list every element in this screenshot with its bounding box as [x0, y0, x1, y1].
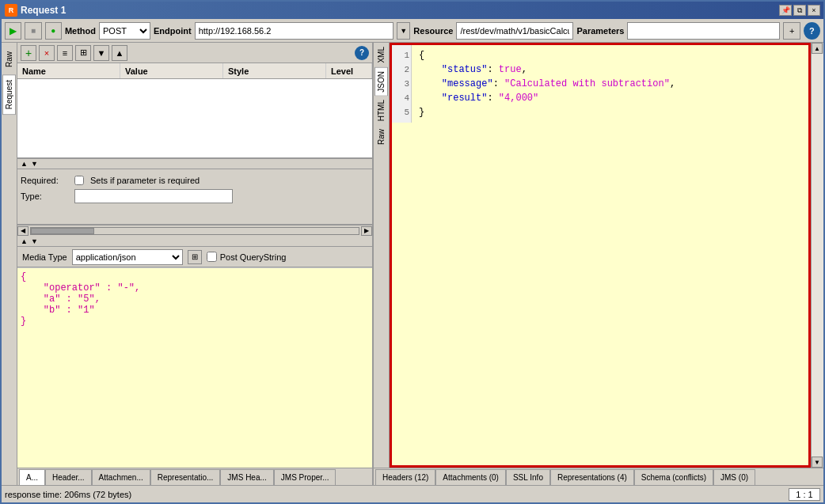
media-type-label: Media Type [22, 252, 67, 262]
resize-up-btn[interactable]: ▲ [21, 160, 28, 168]
scroll-right-btn[interactable]: ▶ [361, 226, 372, 236]
media-type-select[interactable]: application/json application/xml text/pl… [72, 249, 183, 265]
resp-tab-jms[interactable]: JMS (0) [713, 469, 755, 485]
html-format-tab[interactable]: HTML [374, 96, 388, 125]
media-type-row: Media Type application/json application/… [17, 247, 372, 267]
tab-jms-properties[interactable]: JMS Proper... [274, 469, 336, 485]
post-qs-checkbox-wrapper: Post QueryString [207, 252, 287, 262]
resize-up-btn-2[interactable]: ▲ [21, 237, 28, 245]
left-side-tabs: Raw Request [2, 43, 17, 485]
tab-header[interactable]: Header... [45, 469, 92, 485]
scroll-up-button[interactable]: ▲ [812, 43, 823, 54]
main-area: Raw Request + × ≡ ⊞ ▼ ▲ ? Name [2, 43, 823, 485]
record-button[interactable]: ● [45, 22, 62, 40]
xml-format-tab[interactable]: XML [374, 43, 388, 67]
resize-down-btn[interactable]: ▼ [31, 160, 38, 168]
right-content-area: XML JSON HTML Raw 12345 { "status": true… [374, 43, 823, 468]
post-qs-checkbox[interactable] [207, 252, 217, 262]
response-format-tabs: XML JSON HTML Raw [374, 43, 390, 468]
tab-attachments[interactable]: Attachmen... [92, 469, 150, 485]
copy-button[interactable]: ≡ [57, 45, 73, 61]
required-hint: Sets if parameter is required [90, 176, 369, 185]
request-body[interactable]: { "operator" : "-", "a" : "5", "b" : "1"… [17, 267, 372, 468]
resp-tab-headers[interactable]: Headers (12) [375, 469, 435, 485]
params-label: Parameters [576, 26, 624, 36]
resize-handle-1[interactable]: ▲ ▼ [17, 158, 372, 169]
toolbar-help-button[interactable]: ? [804, 22, 820, 40]
line-numbers: 12345 [392, 45, 412, 123]
tab-jms-header[interactable]: JMS Hea... [220, 469, 273, 485]
params-table: Name Value Style Level [17, 63, 372, 158]
required-checkbox[interactable] [74, 176, 84, 185]
resp-tab-schema[interactable]: Schema (conflicts) [634, 469, 713, 485]
restore-button[interactable]: ⧉ [793, 5, 806, 16]
left-panel-toolbar: + × ≡ ⊞ ▼ ▲ ? [17, 43, 372, 63]
resp-tab-representations[interactable]: Representations (4) [550, 469, 634, 485]
response-time: response time: 206ms (72 bytes) [5, 490, 131, 499]
scroll-track-right[interactable] [812, 54, 823, 457]
left-bottom-tabs: A... Header... Attachmen... Representati… [17, 468, 372, 485]
up-button[interactable]: ▲ [112, 45, 127, 61]
title-bar: R Request 1 📌 ⧉ × [2, 2, 823, 19]
response-body[interactable]: 12345 { "status": true, "message": "Calc… [390, 43, 811, 468]
right-panel: XML JSON HTML Raw 12345 { "status": true… [374, 43, 823, 485]
endpoint-dropdown-button[interactable]: ▼ [397, 22, 410, 40]
col-style-header: Style [223, 63, 326, 78]
resize-down-btn-2[interactable]: ▼ [31, 237, 38, 245]
response-bottom-tabs: Headers (12) Attachments (0) SSL Info Re… [374, 468, 823, 485]
resp-tab-ssl[interactable]: SSL Info [506, 469, 550, 485]
scroll-thumb[interactable] [31, 228, 94, 234]
post-qs-label: Post QueryString [220, 252, 287, 262]
resp-tab-attachments[interactable]: Attachments (0) [435, 469, 506, 485]
left-panel: + × ≡ ⊞ ▼ ▲ ? Name Value Style [17, 43, 374, 485]
params-input[interactable] [627, 22, 780, 40]
col-value-header: Value [120, 63, 223, 78]
required-label: Required: [21, 176, 68, 185]
horizontal-scrollbar[interactable]: ◀ ▶ [17, 225, 372, 236]
col-level-header: Level [326, 63, 372, 78]
required-row: Required: Sets if parameter is required [21, 172, 369, 188]
method-label: Method [65, 26, 96, 36]
remove-button[interactable]: × [39, 45, 55, 61]
status-bar: response time: 206ms (72 bytes) 1 : 1 [2, 485, 823, 502]
title-bar-controls: 📌 ⧉ × [779, 5, 820, 16]
resize-handle-2[interactable]: ▲ ▼ [17, 236, 372, 247]
scroll-down-button[interactable]: ▼ [812, 457, 823, 468]
paste-button[interactable]: ⊞ [75, 45, 91, 61]
play-button[interactable]: ▶ [5, 22, 21, 40]
app-icon: R [5, 4, 17, 17]
response-code: { "status": true, "message": "Calculated… [419, 48, 675, 462]
type-input[interactable] [74, 189, 233, 203]
tab-a[interactable]: A... [19, 469, 45, 485]
raw-tab-left[interactable]: Raw [2, 46, 16, 73]
zoom-value: 1 : 1 [789, 488, 820, 501]
request-tab-left[interactable]: Request [2, 74, 16, 115]
json-format-tab[interactable]: JSON [374, 67, 388, 97]
raw-format-tab[interactable]: Raw [374, 125, 388, 149]
params-table-body [17, 79, 372, 158]
zoom-indicator: 1 : 1 [789, 488, 820, 501]
add-button[interactable]: + [21, 45, 36, 61]
params-table-header: Name Value Style Level [17, 63, 372, 79]
col-name-header: Name [17, 63, 120, 78]
properties-section: Required: Sets if parameter is required … [17, 169, 372, 225]
resource-input[interactable] [456, 22, 573, 40]
type-label: Type: [21, 191, 68, 201]
close-button[interactable]: × [808, 5, 820, 16]
stop-button[interactable]: ■ [25, 22, 41, 40]
main-window: R Request 1 📌 ⧉ × ▶ ■ ● Method POST GET … [0, 0, 825, 504]
pin-button[interactable]: 📌 [779, 5, 792, 16]
scroll-track[interactable] [30, 227, 359, 235]
tab-representations-left[interactable]: Representatio... [150, 469, 221, 485]
add-param-button[interactable]: + [783, 22, 800, 40]
method-select[interactable]: POST GET PUT DELETE [99, 22, 150, 40]
type-row: Type: [21, 188, 369, 204]
right-scrollbar[interactable]: ▲ ▼ [811, 43, 823, 468]
scroll-left-btn[interactable]: ◀ [17, 226, 29, 236]
main-toolbar: ▶ ■ ● Method POST GET PUT DELETE Endpoin… [2, 19, 823, 43]
endpoint-input[interactable] [195, 22, 393, 40]
left-help-button[interactable]: ? [355, 46, 369, 60]
title-bar-left: R Request 1 [5, 4, 66, 17]
down-button[interactable]: ▼ [93, 45, 109, 61]
media-type-icon[interactable]: ⊞ [188, 250, 202, 264]
